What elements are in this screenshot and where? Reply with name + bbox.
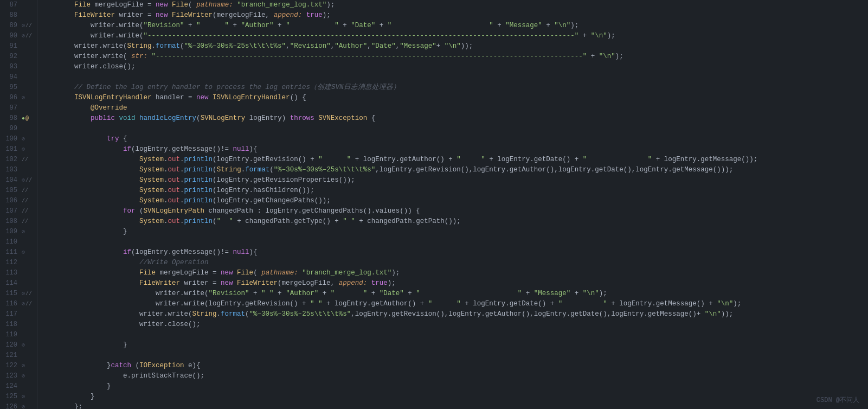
code-line: ISVNLogEntryHandler handler = new ISVNLo…	[42, 93, 868, 103]
gutter-row: 95	[0, 82, 37, 93]
code-line: writer.write("Revision" + " " + "Author"…	[42, 289, 868, 299]
line-number: 107	[0, 206, 22, 216]
code-line: writer.write(logEntry.getRevision() + " …	[42, 299, 868, 309]
gutter-icons: ⊘	[22, 134, 37, 144]
line-number: 108	[0, 216, 22, 227]
line-number: 91	[0, 41, 22, 52]
code-area[interactable]: File mergeLogFile = new File( pathname: …	[37, 0, 868, 409]
gutter-row: 107//	[0, 206, 37, 216]
code-line: System.out.println(logEntry.hasChildren(…	[42, 186, 868, 196]
gutter-icons: ⊘	[22, 227, 37, 237]
line-number: 105	[0, 186, 22, 196]
code-line: @Override	[42, 103, 868, 113]
line-number: 109	[0, 227, 22, 237]
line-number: 111	[0, 247, 22, 258]
line-number: 104	[0, 175, 22, 186]
gutter-icons: //	[22, 206, 37, 216]
code-line: writer.write( str: "--------------------…	[42, 52, 868, 62]
line-number: 90	[0, 31, 22, 41]
gutter-icons: ⊘//	[22, 31, 37, 41]
code-lines: File mergeLogFile = new File( pathname: …	[42, 0, 868, 409]
gutter-row: 125⊘	[0, 392, 37, 402]
gutter-row: 96⊘	[0, 93, 37, 103]
gutter-row: 115⊘//	[0, 289, 37, 299]
gutter-row: 101⊘	[0, 144, 37, 155]
code-line: File mergeLogFile = new File( pathname: …	[42, 0, 868, 10]
gutter-icons: ⊘	[22, 144, 37, 155]
line-number: 112	[0, 258, 22, 268]
gutter-row: 106//	[0, 196, 37, 206]
line-number: 94	[0, 72, 22, 82]
gutter-row: 92	[0, 52, 37, 62]
gutter-row: 89⊘//	[0, 21, 37, 31]
gutter-row: 118	[0, 319, 37, 330]
gutter-row: 111⊘	[0, 247, 37, 258]
gutter-row: 104⊘//	[0, 175, 37, 186]
line-number: 97	[0, 103, 22, 113]
code-line: //Write Operation	[42, 258, 868, 268]
line-number: 99	[0, 124, 22, 134]
code-line: public void handleLogEntry(SVNLogEntry l…	[42, 113, 868, 124]
code-line: System.out.println(logEntry.getRevisionP…	[42, 175, 868, 186]
line-number: 114	[0, 278, 22, 289]
line-number: 117	[0, 309, 22, 319]
code-line: writer.write(String.format("%–30s%–30s%–…	[42, 309, 868, 319]
line-number: 106	[0, 196, 22, 206]
gutter-row: 116⊘//	[0, 299, 37, 309]
gutter-row: 98●@	[0, 113, 37, 124]
gutter-icons: ⊘//	[22, 299, 37, 309]
watermark: CSDN @不问人	[816, 395, 859, 405]
gutter-row: 99	[0, 124, 37, 134]
code-line: };	[42, 402, 868, 409]
line-number: 93	[0, 62, 22, 72]
gutter-icons: ⊘//	[22, 21, 37, 31]
gutter-icons: ⊘	[22, 402, 37, 409]
gutter-row: 112	[0, 258, 37, 268]
code-line	[42, 350, 868, 361]
gutter-row: 87	[0, 0, 37, 10]
line-number: 116	[0, 299, 22, 309]
gutter-row: 102//	[0, 155, 37, 165]
line-number: 120	[0, 340, 22, 350]
code-line: if(logEntry.getMessage()!= null){	[42, 247, 868, 258]
code-line: if(logEntry.getMessage()!= null){	[42, 144, 868, 155]
gutter-icons: ⊘	[22, 371, 37, 381]
gutter-icons: ⊘	[22, 361, 37, 371]
code-line: File mergeLogFile = new File( pathname: …	[42, 268, 868, 278]
gutter-row: 119	[0, 330, 37, 340]
code-line: }	[42, 392, 868, 402]
code-line: writer.write("Revision" + " " + "Author"…	[42, 21, 868, 31]
line-number: 92	[0, 52, 22, 62]
code-line: System.out.println(" " + changedPath.get…	[42, 216, 868, 227]
gutter-icons: //	[22, 196, 37, 206]
code-line: System.out.println(String.format("%–30s%…	[42, 165, 868, 175]
gutter-icons: ⊘//	[22, 289, 37, 299]
code-line: }catch (IOException e){	[42, 361, 868, 371]
gutter-icons: ⊘	[22, 93, 37, 103]
line-number: 125	[0, 392, 22, 402]
gutter-row: 93	[0, 62, 37, 72]
gutter-row: 90⊘//	[0, 31, 37, 41]
code-line: writer.write("--------------------------…	[42, 31, 868, 41]
gutter-icons: //	[22, 216, 37, 227]
line-number: 118	[0, 319, 22, 330]
gutter-row: 121	[0, 350, 37, 361]
code-line: }	[42, 381, 868, 392]
gutter-row: 123⊘	[0, 371, 37, 381]
code-line	[42, 237, 868, 247]
line-number: 121	[0, 350, 22, 361]
gutter-icons: ●@	[22, 113, 37, 124]
line-number: 119	[0, 330, 22, 340]
gutter-row: 110	[0, 237, 37, 247]
code-line: FileWriter writer = new FileWriter(merge…	[42, 278, 868, 289]
code-line: }	[42, 340, 868, 350]
line-number: 113	[0, 268, 22, 278]
code-line	[42, 330, 868, 340]
line-number: 110	[0, 237, 22, 247]
gutter-row: 114	[0, 278, 37, 289]
gutter-icons: //	[22, 186, 37, 196]
gutter-row: 94	[0, 72, 37, 82]
gutter-row: 120⊘	[0, 340, 37, 350]
code-line	[42, 124, 868, 134]
line-number: 101	[0, 144, 22, 155]
